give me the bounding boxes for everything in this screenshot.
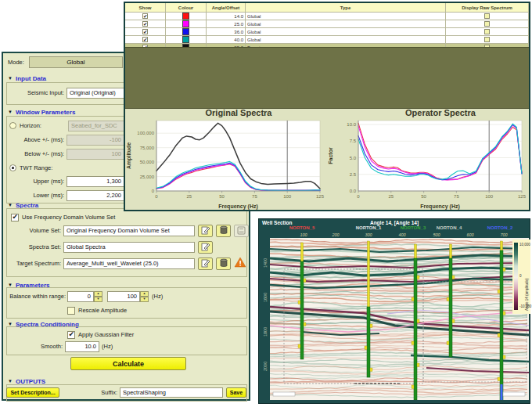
type-value: Global: [246, 36, 446, 43]
twt-range-radio[interactable]: [9, 164, 16, 171]
save-volume-button[interactable]: [234, 225, 249, 237]
show-checkbox[interactable]: [142, 13, 148, 19]
smooth-label: Smooth:: [6, 343, 63, 350]
well-label: NORTON_3: [397, 225, 429, 230]
above-field: -100: [66, 135, 124, 146]
spectra-table-row[interactable]: 40.0Global: [125, 36, 529, 44]
seismic-input-field[interactable]: Original (Original): [66, 88, 124, 99]
type-value: Global: [246, 13, 446, 20]
svg-text:25: 25: [388, 194, 394, 199]
spin-up-icon[interactable]: ▲: [140, 291, 149, 297]
database-icon: [220, 257, 228, 271]
operator-spectra-chart[interactable]: 0.02.55.07.510.00255075100125Frequency (…: [327, 118, 529, 210]
svg-text:Frequency (Hz): Frequency (Hz): [420, 204, 460, 210]
svg-text:75: 75: [252, 194, 257, 199]
use-frequency-checkbox[interactable]: [11, 214, 19, 222]
svg-text:125: 125: [518, 194, 527, 199]
edit-button[interactable]: [198, 225, 213, 237]
svg-text:100: 100: [485, 194, 494, 199]
database-icon: [220, 224, 228, 238]
calculate-button[interactable]: Calculate: [70, 357, 186, 370]
horizon-radio[interactable]: [9, 122, 16, 129]
save-button[interactable]: Save: [226, 387, 246, 398]
show-checkbox[interactable]: [142, 37, 148, 42]
balance-max-field[interactable]: 100: [107, 291, 140, 302]
mode-dropdown[interactable]: Global: [29, 56, 123, 68]
balance-min-field[interactable]: 0: [67, 291, 94, 302]
angle-offset-value: 25.0: [207, 20, 246, 27]
colour-swatch[interactable]: [182, 20, 189, 27]
upper-label: Upper (ms):: [6, 178, 64, 185]
column-header[interactable]: Angle/Offset: [207, 3, 246, 12]
type-value: Global: [246, 28, 446, 35]
volume-browse-button[interactable]: [216, 225, 231, 237]
svg-text:75: 75: [454, 194, 459, 199]
display-raw-spectrum-checkbox[interactable]: [484, 29, 490, 34]
column-header[interactable]: Colour: [166, 3, 207, 12]
colour-swatch[interactable]: [182, 28, 189, 35]
collapse-triangle-icon: ▼: [8, 76, 13, 81]
colour-swatch[interactable]: [182, 36, 189, 43]
smooth-field[interactable]: 10.0: [65, 341, 99, 352]
volume-set-field[interactable]: Original Frequency Domain Volume Set: [63, 225, 195, 236]
operator-spectra-title: Operator Spectra: [355, 108, 526, 117]
show-checkbox[interactable]: [142, 29, 148, 34]
edit-button[interactable]: [198, 258, 213, 270]
svg-text:Factor: Factor: [328, 147, 333, 164]
balance-unit-label: (Hz): [152, 293, 163, 300]
section-header-window-parameters[interactable]: ▼Window Parameters: [8, 108, 75, 116]
spin-down-icon[interactable]: ▼: [94, 297, 102, 302]
column-header[interactable]: Type: [246, 3, 446, 12]
twt-range-label: TWT Range:: [20, 164, 52, 171]
upper-field[interactable]: 1,300: [66, 176, 124, 187]
column-header[interactable]: Display Raw Spectrum: [446, 3, 529, 12]
spectra-set-field[interactable]: Global Spectra: [63, 242, 195, 253]
trace-number-label: 300: [359, 232, 378, 237]
collapse-triangle-icon: ▼: [8, 110, 13, 114]
svg-text:0: 0: [357, 194, 360, 199]
show-checkbox[interactable]: [142, 21, 148, 27]
display-raw-spectrum-checkbox[interactable]: [484, 37, 490, 42]
lower-row: Lower (ms): 2,200: [6, 189, 124, 201]
svg-text:50,000: 50,000: [140, 160, 155, 164]
svg-text:7.5: 7.5: [350, 139, 357, 143]
svg-text:Frequency (Hz): Frequency (Hz): [218, 204, 258, 210]
section-header-input-data[interactable]: ▼Input Data: [8, 74, 46, 82]
spectra-table-row[interactable]: 14.0Global: [125, 13, 529, 20]
colour-swatch[interactable]: [182, 13, 189, 20]
target-browse-button[interactable]: [216, 258, 231, 270]
spectra-table-row[interactable]: 36.0Global: [125, 28, 529, 36]
lower-field[interactable]: 2,200: [66, 190, 124, 201]
edit-button[interactable]: [198, 241, 213, 254]
lower-label: Lower (ms):: [6, 192, 64, 199]
svg-text:0: 0: [155, 194, 158, 199]
empty-plot-area: [125, 47, 529, 109]
rescale-amplitude-checkbox[interactable]: [67, 307, 75, 315]
depth-axis-label: 2000: [263, 360, 268, 371]
suffix-field[interactable]: SpectralShaping: [120, 387, 223, 398]
gaussian-filter-checkbox[interactable]: [67, 331, 75, 339]
balance-max-stepper[interactable]: ▲▼: [140, 291, 149, 302]
below-field: 100: [66, 149, 124, 160]
display-raw-spectrum-checkbox[interactable]: [484, 13, 490, 19]
balance-min-stepper[interactable]: ▲▼: [94, 291, 102, 302]
svg-text:50: 50: [421, 194, 426, 199]
set-description-button[interactable]: Set Description...: [6, 387, 59, 398]
above-row: Above +/- (ms): -100: [6, 134, 124, 146]
well-section-title: Well Section: [262, 220, 293, 225]
svg-text:25,000: 25,000: [140, 175, 155, 179]
display-raw-spectrum-checkbox[interactable]: [484, 21, 490, 27]
angle-title: Angle 14, [Angle 14]: [306, 220, 483, 225]
spin-down-icon[interactable]: ▼: [140, 297, 149, 302]
svg-text:100: 100: [283, 194, 292, 199]
trace-number-label: 200: [326, 232, 345, 237]
seismic-section-image[interactable]: [270, 238, 529, 400]
spectra-window: ShowColourAngle/OffsetTypeDisplay Raw Sp…: [124, 2, 530, 211]
column-header[interactable]: Show: [125, 3, 166, 12]
target-spectrum-field[interactable]: Average_Multi_well_Wavelet (25.0): [63, 258, 195, 269]
edit-icon: [201, 257, 210, 271]
below-label: Below +/- (ms):: [6, 150, 64, 157]
spectra-table-row[interactable]: 25.0Global: [125, 20, 529, 28]
spin-up-icon[interactable]: ▲: [94, 291, 102, 297]
original-spectra-chart[interactable]: 025,00050,00075,000100,0000255075100125F…: [125, 118, 327, 210]
